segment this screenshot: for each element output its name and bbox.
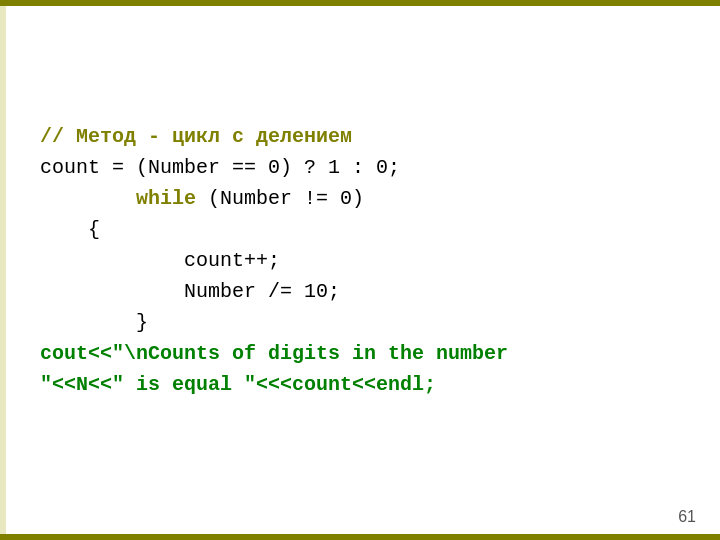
while-rest: (Number != 0) bbox=[196, 187, 364, 210]
code-line-4: count++; bbox=[40, 245, 680, 276]
slide: // Метод - цикл с делением count = (Numb… bbox=[0, 0, 720, 540]
code-block: // Метод - цикл с делением count = (Numb… bbox=[40, 121, 680, 400]
code-line-3: { bbox=[40, 214, 680, 245]
top-border bbox=[0, 0, 720, 6]
bottom-border bbox=[0, 534, 720, 540]
code-line-1: count = (Number == 0) ? 1 : 0; bbox=[40, 152, 680, 183]
left-accent bbox=[0, 6, 6, 534]
while-keyword: while bbox=[40, 187, 196, 210]
code-line-8: "<<N<<" is equal "<<<count<<endl; bbox=[40, 369, 680, 400]
code-line-6: } bbox=[40, 307, 680, 338]
slide-number: 61 bbox=[678, 508, 696, 526]
comment-line: // Метод - цикл с делением bbox=[40, 121, 680, 152]
code-line-2: while (Number != 0) bbox=[40, 183, 680, 214]
code-line-5: Number /= 10; bbox=[40, 276, 680, 307]
code-line-7: cout<<"\nCounts of digits in the number bbox=[40, 338, 680, 369]
